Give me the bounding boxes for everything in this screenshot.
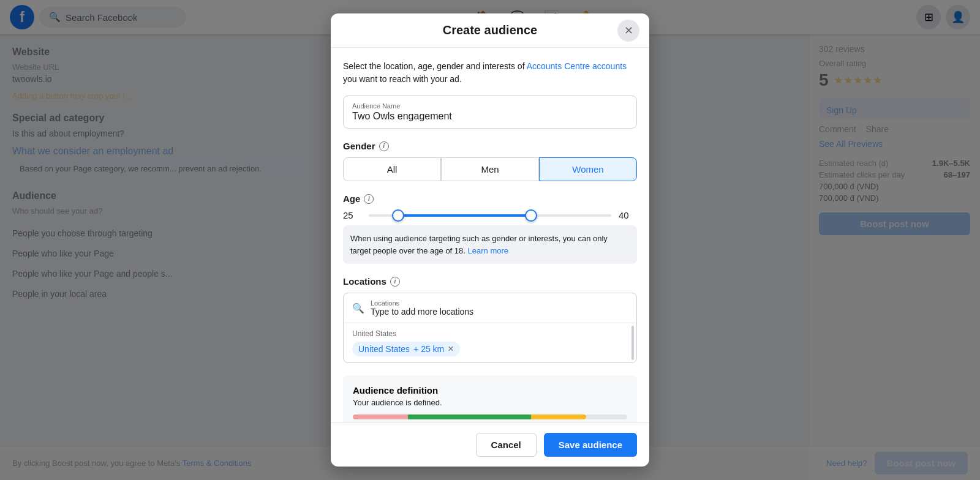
- gender-buttons: All Men Women: [343, 157, 637, 181]
- gauge-green-seg: [408, 414, 532, 419]
- modal-backdrop: Create audience ✕ Select the location, a…: [0, 0, 980, 480]
- location-tag: United States + 25 km ×: [352, 342, 460, 356]
- location-tag-text: United States: [358, 344, 410, 354]
- gender-men-button[interactable]: Men: [441, 157, 539, 181]
- locations-search-input[interactable]: Type to add more locations: [371, 307, 628, 317]
- modal-close-button[interactable]: ✕: [617, 20, 639, 42]
- modal-description: Select the location, age, gender and int…: [343, 60, 637, 86]
- location-remove-icon[interactable]: ×: [448, 344, 453, 354]
- age-slider-track[interactable]: [369, 214, 611, 217]
- slider-fill: [398, 214, 532, 217]
- gender-all-button[interactable]: All: [343, 157, 441, 181]
- audience-name-field[interactable]: Audience Name Two Owls engagement: [343, 96, 637, 129]
- audience-definition: Audience definition Your audience is def…: [343, 375, 637, 422]
- age-label: Age: [343, 193, 360, 204]
- location-group-label: United States: [352, 329, 628, 338]
- locations-section-header: Locations i: [343, 276, 637, 287]
- gauge-light-seg: [586, 414, 627, 419]
- age-section-header: Age i: [343, 193, 637, 204]
- locations-label: Locations: [343, 276, 386, 287]
- modal-body: Select the location, age, gender and int…: [331, 48, 649, 422]
- audience-def-title: Audience definition: [353, 385, 627, 396]
- location-radius: + 25 km: [413, 344, 444, 354]
- gauge-bar: [353, 414, 627, 419]
- age-max-thumb[interactable]: [525, 209, 537, 222]
- accounts-centre-link[interactable]: Accounts Centre accounts: [527, 61, 627, 71]
- gauge-specific-seg: [353, 414, 408, 419]
- locations-search-inner: Locations Type to add more locations: [371, 299, 628, 317]
- save-audience-button[interactable]: Save audience: [544, 433, 637, 457]
- gender-label: Gender: [343, 141, 375, 151]
- gender-women-button[interactable]: Women: [539, 157, 637, 181]
- audience-name-value: Two Owls engagement: [352, 111, 628, 122]
- locations-list: United States United States + 25 km ×: [344, 323, 636, 362]
- desc-end: you want to reach with your ad.: [343, 74, 462, 84]
- age-slider-row: 25 40: [343, 210, 637, 220]
- locations-search-icon: 🔍: [352, 302, 364, 314]
- age-max: 40: [619, 210, 637, 220]
- audience-def-sub: Your audience is defined.: [353, 398, 627, 407]
- modal-title: Create audience: [443, 23, 538, 37]
- locations-search[interactable]: 🔍 Locations Type to add more locations: [344, 293, 636, 323]
- desc-text: Select the location, age, gender and int…: [343, 61, 525, 71]
- age-info-box: When using audience targeting such as ge…: [343, 225, 637, 264]
- gauge-yellow-seg: [531, 414, 586, 419]
- locations-search-sublabel: Locations: [371, 299, 628, 307]
- audience-name-label: Audience Name: [352, 102, 628, 110]
- scrollbar[interactable]: [631, 326, 634, 360]
- age-learn-more-link[interactable]: Learn more: [468, 246, 508, 255]
- create-audience-modal: Create audience ✕ Select the location, a…: [331, 13, 649, 467]
- age-min-thumb[interactable]: [392, 209, 404, 222]
- age-info-icon[interactable]: i: [364, 194, 374, 204]
- gender-info-icon[interactable]: i: [379, 141, 389, 151]
- age-min: 25: [343, 210, 361, 220]
- locations-info-icon[interactable]: i: [390, 277, 400, 287]
- gender-section-header: Gender i: [343, 141, 637, 151]
- modal-footer: Cancel Save audience: [331, 422, 649, 467]
- locations-box: 🔍 Locations Type to add more locations U…: [343, 293, 637, 363]
- modal-header: Create audience ✕: [331, 13, 649, 48]
- cancel-button[interactable]: Cancel: [476, 433, 537, 457]
